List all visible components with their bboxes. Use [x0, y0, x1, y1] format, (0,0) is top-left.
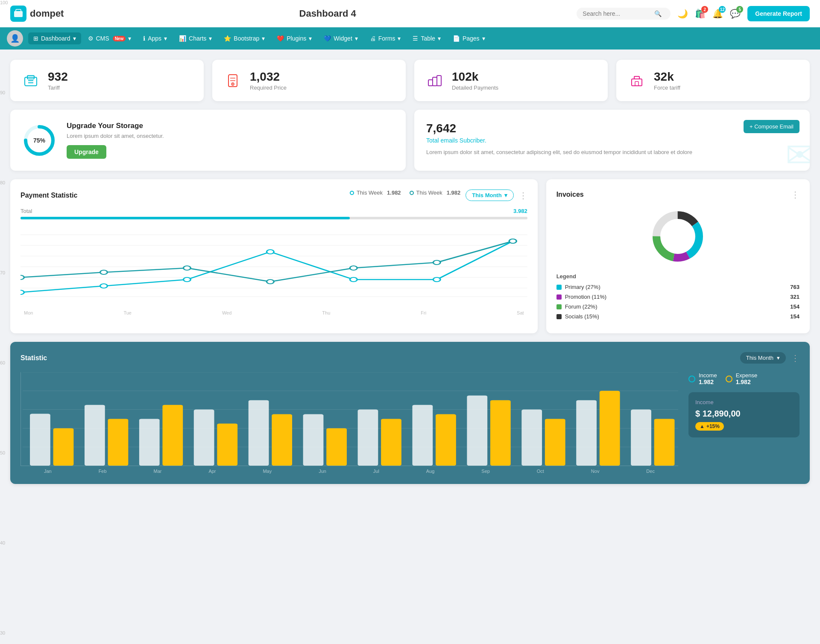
compose-email-button[interactable]: + Compose Email — [744, 120, 800, 133]
x-label-nov: Nov — [591, 469, 600, 474]
sidebar-item-cms[interactable]: ⚙ CMS New ▾ — [83, 32, 137, 44]
svg-rect-65 — [381, 419, 401, 466]
legend-item-primary: Primary (27%) 763 — [556, 284, 800, 290]
statistic-body: Jan Feb Mar Apr May Jun Jul Aug Sep Oct … — [20, 372, 800, 474]
x-label-jun: Jun — [319, 469, 326, 474]
email-description: Lorem ipsum dolor sit amet, consectetur … — [426, 148, 798, 157]
nav-label-bootstrap: Bootstrap — [234, 35, 259, 42]
x-label-sat: Sat — [517, 310, 524, 315]
svg-rect-54 — [85, 405, 105, 466]
nav-label-cms: CMS — [96, 35, 109, 42]
storage-content: Upgrade Your Storage Lorem ipsum dolor s… — [67, 122, 164, 159]
statistic-right-panel: Income 1.982 Expense 1.982 Income — [688, 372, 800, 474]
message-button[interactable]: 💬 5 — [730, 9, 741, 19]
statistic-menu-button[interactable]: ⋮ — [791, 353, 800, 363]
bar-chart-grid — [20, 372, 678, 466]
moon-icon: 🌙 — [677, 9, 688, 19]
line-chart-svg — [20, 226, 527, 307]
chevron-down-icon-widget: ▾ — [355, 35, 358, 42]
svg-point-29 — [183, 277, 190, 282]
svg-rect-10 — [428, 80, 433, 86]
income-circle — [688, 376, 695, 382]
required-price-icon — [223, 70, 243, 91]
chevron-down-icon-statistic: ▾ — [777, 355, 780, 361]
svg-rect-57 — [162, 405, 183, 466]
donut-chart-svg — [648, 207, 708, 266]
donut-container — [556, 207, 800, 266]
x-label-may: May — [263, 469, 272, 474]
svg-point-40 — [509, 239, 516, 243]
nav-label-widget: Widget — [334, 35, 352, 42]
svg-point-36 — [183, 266, 190, 270]
svg-point-39 — [433, 260, 440, 265]
x-label-sep: Sep — [481, 469, 490, 474]
x-label-tue: Tue — [123, 310, 132, 315]
email-count: 7,642 — [426, 122, 798, 135]
sidebar-item-charts[interactable]: 📊 Charts ▾ — [174, 32, 217, 44]
cms-badge: New — [113, 36, 126, 41]
shopping-button[interactable]: 🛍️ 2 — [695, 9, 706, 19]
search-icon: 🔍 — [654, 10, 662, 17]
legend-text-primary: Primary (27%) — [565, 284, 600, 290]
bell-button[interactable]: 🔔 12 — [712, 9, 723, 19]
detailed-payments-info: 102k Detailed Payments — [452, 70, 597, 91]
charts-row: Payment Statistic This Week 1.982 This W… — [10, 179, 810, 333]
payment-filter-button[interactable]: This Month ▾ — [466, 189, 513, 201]
x-label-fri: Fri — [421, 310, 426, 315]
dot-1 — [350, 191, 354, 195]
sidebar-item-bootstrap[interactable]: ⭐ Bootstrap ▾ — [219, 32, 270, 44]
payment-title: Payment Statistic — [20, 192, 77, 199]
tariff-icon — [20, 70, 41, 91]
svg-rect-66 — [412, 405, 433, 466]
legend-item-forum: Forum (22%) 154 — [556, 303, 800, 310]
required-price-label: Required Price — [250, 85, 395, 91]
detailed-payments-icon — [425, 70, 445, 91]
legend-label-socials: Socials (15%) — [556, 313, 599, 320]
legend-text-promotion: Promotion (11%) — [565, 294, 607, 300]
svg-rect-69 — [490, 400, 511, 466]
sidebar-item-plugins[interactable]: ❤️ Plugins ▾ — [272, 32, 317, 44]
x-label-thu: Thu — [322, 310, 330, 315]
chevron-down-icon-filter: ▾ — [504, 192, 507, 198]
sidebar-item-dashboard[interactable]: ⊞ Dashboard ▾ — [28, 32, 81, 44]
tariff-value: 932 — [48, 70, 193, 84]
moon-button[interactable]: 🌙 — [677, 9, 688, 19]
statistic-filter-button[interactable]: This Month ▾ — [740, 352, 786, 364]
forms-icon: 🖨 — [370, 35, 376, 42]
legend-item-socials: Socials (15%) 154 — [556, 313, 800, 320]
svg-rect-68 — [467, 396, 487, 466]
svg-rect-61 — [272, 414, 292, 466]
upgrade-button[interactable]: Upgrade — [67, 145, 106, 159]
logo: dompet — [10, 6, 79, 22]
search-box[interactable]: 🔍 — [577, 8, 671, 20]
chevron-down-icon-plugins: ▾ — [309, 35, 312, 42]
invoices-menu-button[interactable]: ⋮ — [791, 189, 800, 200]
required-price-info: 1,032 Required Price — [250, 70, 395, 91]
x-label-apr: Apr — [208, 469, 216, 474]
legend-square-promotion — [556, 294, 562, 300]
payment-card: Payment Statistic This Week 1.982 This W… — [10, 179, 538, 333]
generate-report-button[interactable]: Generate Report — [747, 6, 810, 21]
svg-point-28 — [100, 284, 107, 288]
total-row: Total 3.982 — [20, 208, 527, 214]
dot-2 — [410, 191, 414, 195]
sidebar-item-pages[interactable]: 📄 Pages ▾ — [448, 32, 490, 44]
svg-rect-70 — [521, 410, 542, 466]
sidebar-item-table[interactable]: ☰ Table ▾ — [407, 32, 445, 44]
legend-dots: This Week 1.982 This Week 1.982 — [350, 189, 460, 196]
bootstrap-icon: ⭐ — [224, 35, 231, 42]
sidebar-item-apps[interactable]: ℹ Apps ▾ — [138, 32, 172, 44]
search-input[interactable] — [583, 10, 651, 17]
svg-rect-62 — [303, 414, 324, 466]
nav-label-plugins: Plugins — [287, 35, 306, 42]
sidebar-item-widget[interactable]: 💙 Widget ▾ — [319, 32, 363, 44]
bell-badge: 12 — [719, 6, 726, 13]
progress-label: 75% — [33, 137, 45, 144]
legend-value-1: 1.982 — [387, 189, 401, 196]
income-change-value: +15% — [706, 423, 720, 429]
payment-menu-button[interactable]: ⋮ — [519, 190, 527, 201]
sidebar-item-forms[interactable]: 🖨 Forms ▾ — [365, 32, 406, 44]
chevron-down-icon-bootstrap: ▾ — [262, 35, 265, 42]
x-label-feb: Feb — [99, 469, 107, 474]
svg-rect-0 — [14, 11, 23, 17]
